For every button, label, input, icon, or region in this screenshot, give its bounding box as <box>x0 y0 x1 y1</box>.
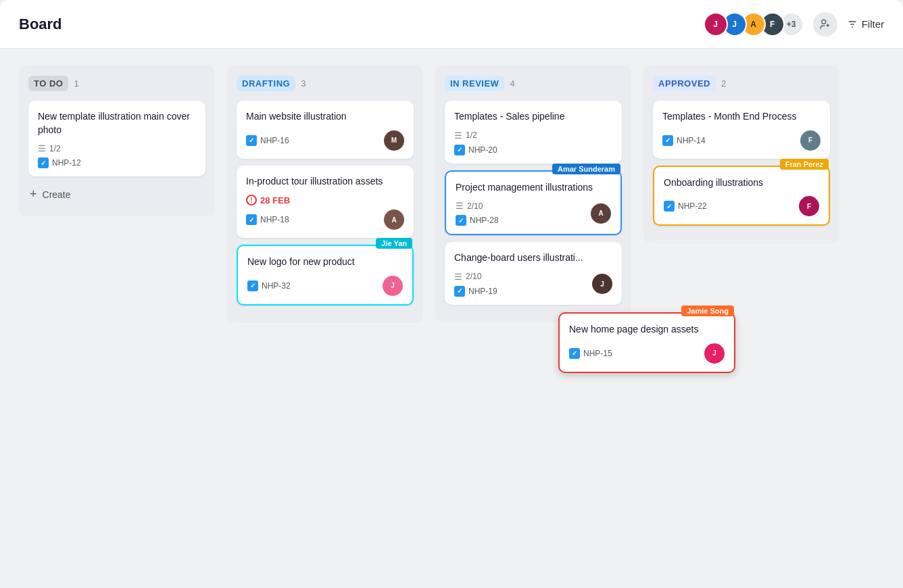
check-icon-nhp16 <box>246 135 257 146</box>
column-approved-header: APPROVED 2 <box>653 76 830 91</box>
card-nhp32-meta: NHP-32 J <box>247 276 403 296</box>
app-container: Board J J A F +3 <box>0 0 903 588</box>
subtask-icon-19: ☰ <box>454 272 462 282</box>
floating-card-nhp15[interactable]: Jamie Song New home page design assets N… <box>558 312 735 380</box>
card-nhp22-id-label: NHP-22 <box>678 201 707 211</box>
avatar-nhp18: A <box>384 210 404 230</box>
card-nhp32-id-label: NHP-32 <box>262 281 291 291</box>
card-nhp12-id-label: NHP-12 <box>52 158 81 168</box>
card-nhp14-title: Templates - Month End Process <box>662 110 821 124</box>
card-nhp15-id: NHP-15 <box>569 348 612 359</box>
column-review-title: IN REVIEW <box>445 76 504 91</box>
card-nhp28[interactable]: Amar Sunderam Project management illustr… <box>445 170 622 236</box>
card-nhp20-meta: ☰ 1/2 NHP-20 <box>454 130 612 155</box>
card-nhp19-meta: ☰ 2/10 NHP-19 J <box>454 272 612 297</box>
column-todo-title: TO DO <box>28 76 68 91</box>
card-nhp18-id-label: NHP-18 <box>260 215 289 224</box>
column-approved: APPROVED 2 Templates - Month End Process… <box>643 65 839 243</box>
column-todo: TO DO 1 New template illustration main c… <box>19 65 215 216</box>
card-nhp15-meta: NHP-15 J <box>569 343 725 364</box>
tooltip-jamie: Jamie Song <box>681 305 734 316</box>
card-nhp16-title: Main website illustration <box>246 110 404 124</box>
column-drafting-count: 3 <box>301 78 306 89</box>
avatar-group: J J A F +3 <box>704 12 804 36</box>
card-nhp19-subtask: ☰ 2/10 <box>454 272 497 282</box>
avatar-nhp19: J <box>592 274 612 294</box>
tooltip-amar: Amar Sunderam <box>552 164 620 174</box>
create-plus-icon: + <box>30 187 37 201</box>
card-nhp22-id: NHP-22 <box>664 201 707 212</box>
card-nhp12[interactable]: New template illustration main cover pho… <box>28 101 205 176</box>
column-drafting: DRAFTING 3 Main website illustration NHP… <box>227 65 423 323</box>
filter-label: Filter <box>862 18 884 30</box>
card-nhp19-id: NHP-19 <box>454 286 497 297</box>
card-nhp16-id: NHP-16 <box>246 135 289 146</box>
subtask-icon-20: ☰ <box>454 130 462 141</box>
card-nhp14-id-label: NHP-14 <box>677 136 706 145</box>
card-nhp32-id: NHP-32 <box>247 280 291 291</box>
card-nhp19-id-label: NHP-19 <box>468 287 497 296</box>
filter-button[interactable]: Filter <box>847 18 884 30</box>
check-icon-nhp15 <box>569 348 580 359</box>
card-nhp28-id-label: NHP-28 <box>470 216 499 225</box>
check-icon-nhp28 <box>456 215 466 226</box>
column-review-count: 4 <box>510 78 514 89</box>
card-nhp22[interactable]: Fran Perez Onboarding illustrations NHP-… <box>653 166 830 226</box>
card-nhp15-title: New home page design assets <box>569 323 725 337</box>
card-nhp28-title: Project management illustrations <box>456 181 611 195</box>
card-nhp20-subtask: ☰ 1/2 <box>454 130 497 141</box>
card-nhp12-title: New template illustration main cover pho… <box>38 110 196 137</box>
check-icon-nhp18 <box>246 214 257 225</box>
svg-point-0 <box>821 20 825 24</box>
card-nhp16[interactable]: Main website illustration NHP-16 M <box>237 101 414 159</box>
card-nhp15-id-label: NHP-15 <box>583 349 612 358</box>
card-nhp18[interactable]: In-product tour illustration assets ! 28… <box>237 166 414 239</box>
card-nhp14-id: NHP-14 <box>662 135 706 146</box>
card-nhp20[interactable]: Templates - Sales pipeline ☰ 1/2 NHP-20 <box>445 101 622 164</box>
card-nhp32-title: New logo for new product <box>247 255 403 269</box>
card-nhp22-title: Onboarding illustrations <box>664 176 819 190</box>
column-review: IN REVIEW 4 Templates - Sales pipeline ☰… <box>435 65 631 322</box>
card-nhp19-subtask-count: 2/10 <box>466 272 481 281</box>
board: TO DO 1 New template illustration main c… <box>0 49 903 588</box>
card-nhp32[interactable]: Jie Yan New logo for new product NHP-32 … <box>237 245 414 305</box>
avatar-nhp14: F <box>800 130 821 151</box>
page-title: Board <box>19 16 62 33</box>
overdue-date: 28 FEB <box>260 195 290 205</box>
column-approved-title: APPROVED <box>653 76 716 91</box>
card-nhp12-subtask: ☰ 1/2 <box>38 143 81 153</box>
check-icon-nhp19 <box>454 286 465 297</box>
card-nhp12-subtask-count: 1/2 <box>49 144 61 153</box>
card-nhp28-id: NHP-28 <box>456 215 499 226</box>
check-icon-nhp14 <box>662 135 673 146</box>
column-todo-count: 1 <box>74 78 78 89</box>
avatar-count-label: +3 <box>787 20 796 29</box>
card-nhp22-meta: NHP-22 F <box>664 196 819 216</box>
card-nhp28-subtask: ☰ 2/10 <box>456 201 499 211</box>
subtask-icon-28: ☰ <box>456 201 464 211</box>
card-nhp28-subtask-count: 2/10 <box>467 201 483 211</box>
card-nhp19[interactable]: Change-board users illustrati... ☰ 2/10 … <box>445 242 622 305</box>
card-nhp16-meta: NHP-16 M <box>246 130 404 151</box>
create-button-todo[interactable]: + Create <box>28 183 72 205</box>
card-nhp14[interactable]: Templates - Month End Process NHP-14 F <box>653 101 830 159</box>
manage-members-button[interactable] <box>813 12 837 36</box>
avatar-nhp15: J <box>704 343 725 364</box>
card-nhp18-id: NHP-18 <box>246 214 289 225</box>
card-nhp20-title: Templates - Sales pipeline <box>454 110 612 124</box>
column-approved-count: 2 <box>721 78 726 89</box>
header-right: J J A F +3 <box>704 12 884 36</box>
avatar-nhp32: J <box>383 276 403 296</box>
card-nhp20-id-label: NHP-20 <box>468 145 497 155</box>
overdue-icon: ! <box>246 195 257 205</box>
card-nhp28-meta: ☰ 2/10 NHP-28 A <box>456 201 611 226</box>
card-nhp12-id: NHP-12 <box>38 157 81 168</box>
subtask-icon: ☰ <box>38 143 46 153</box>
column-drafting-title: DRAFTING <box>237 76 295 91</box>
card-nhp20-id: NHP-20 <box>454 145 497 155</box>
card-nhp19-title: Change-board users illustrati... <box>454 251 612 265</box>
filter-icon <box>847 19 858 30</box>
avatar-1[interactable]: J <box>704 12 728 36</box>
column-review-header: IN REVIEW 4 <box>445 76 622 91</box>
card-nhp14-meta: NHP-14 F <box>662 130 821 151</box>
